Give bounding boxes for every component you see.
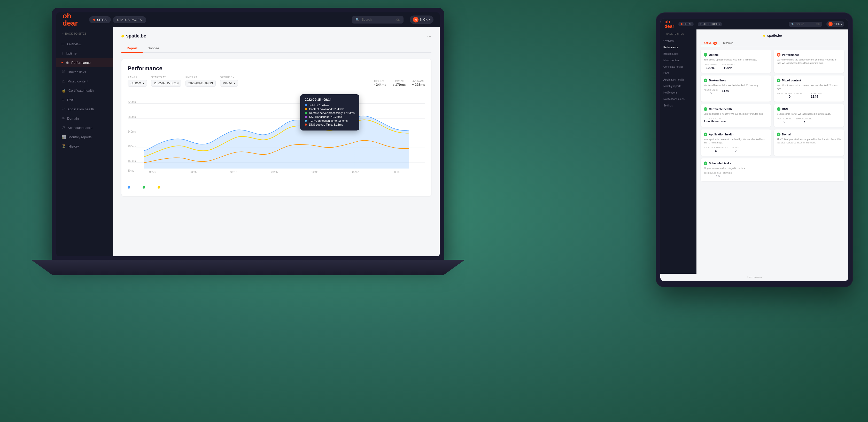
tab-sidebar-monthly[interactable]: Monthly reports — [660, 83, 696, 89]
tab-snooze[interactable]: Snooze — [143, 44, 164, 53]
back-to-sites-link[interactable]: ← BACK TO SITES — [56, 32, 113, 39]
nav-tab-sites[interactable]: SITES — [89, 16, 111, 23]
ends-at-value[interactable]: 2022-09-15 09:19 — [185, 80, 216, 87]
tablet-user[interactable]: N NICK ▾ — [827, 21, 844, 27]
sidebar-item-history[interactable]: ⏳ History — [56, 142, 113, 151]
card-performance: ◉ Performance We're monitoring the perfo… — [774, 50, 844, 73]
sidebar-item-mixed-content[interactable]: ⚠ Mixed content — [56, 77, 113, 86]
svg-text:200ms: 200ms — [128, 145, 136, 148]
tablet-tab-active[interactable]: Active 8 — [701, 40, 720, 46]
chevron-down-icon: ▾ — [429, 18, 430, 21]
dns-legend-dot — [128, 186, 130, 189]
card-app-health-title: ✓ Application health — [704, 132, 768, 136]
legend-tls — [158, 186, 162, 190]
tab-sidebar-notif-alerts[interactable]: Notifications alerts — [660, 96, 696, 102]
tablet-tab-disabled[interactable]: Disabled — [720, 40, 736, 46]
svg-text:08:25: 08:25 — [149, 170, 156, 174]
sidebar-item-scheduled-tasks[interactable]: ⏱ Scheduled tasks — [56, 123, 113, 132]
tablet-search-icon: 🔍 — [791, 23, 795, 26]
cert-expires-value: 1 month from now — [704, 120, 726, 123]
average-label: AVERAGE — [412, 80, 425, 83]
card-broken-links: ✓ Broken links We found broken links. We… — [701, 76, 771, 101]
tab-sidebar-notifications[interactable]: Notifications — [660, 89, 696, 96]
broken-links-found-label: FOUND LINKS — [704, 89, 718, 91]
card-broken-links-title: ✓ Broken links — [704, 79, 768, 82]
scheduled-tasks-status-icon: ✓ — [704, 161, 707, 165]
tab-sidebar-overview[interactable]: Overview — [660, 38, 696, 44]
tablet-back-link[interactable]: ← BACK TO SITES — [660, 33, 696, 38]
card-mixed-content-title: ✓ Mixed content — [777, 79, 841, 82]
tablet-sidebar: ← BACK TO SITES Overview Performance Bro… — [660, 29, 696, 274]
chart-stats: HIGHEST ↑ 344ms LOWEST ↓ 170ms AVERAGE ~… — [373, 80, 425, 87]
group-by-value[interactable]: Minute ▾ — [220, 80, 238, 87]
tooltip-content-download: Content download: 31.43ms — [305, 108, 355, 111]
sidebar-item-domain[interactable]: ◎ Domain — [56, 114, 113, 123]
tab-sidebar-dns[interactable]: DNS — [660, 70, 696, 77]
tablet-logo: oh dear — [664, 20, 674, 29]
tcp-dot — [305, 120, 307, 122]
uptime-30d-value: 100% — [721, 66, 735, 70]
ssl-dot — [305, 116, 307, 118]
svg-text:08:45: 08:45 — [230, 170, 237, 174]
sidebar-item-overview[interactable]: ⊞ Overview — [56, 39, 113, 49]
sidebar-item-monthly-reports[interactable]: 📊 Monthly reports — [56, 132, 113, 142]
performance-status-icon: ◉ — [777, 53, 780, 57]
more-options-icon[interactable]: ··· — [427, 33, 431, 39]
svg-text:09:05: 09:05 — [312, 170, 318, 174]
stat-highest: HIGHEST ↑ 344ms — [373, 80, 386, 87]
card-cert-desc: Your certificate is healthy. We last che… — [704, 113, 768, 116]
site-name: spatie.be — [126, 33, 146, 39]
tablet-site-header: spatie.be — [701, 33, 844, 38]
uptime-stat-30d: PAST 30 DAYS 100% — [721, 64, 735, 70]
tab-sidebar-certificate[interactable]: Certificate health — [660, 64, 696, 70]
tablet-nav-status[interactable]: STATUS PAGES — [698, 22, 722, 26]
card-cert-title: ✓ Certificate health — [704, 107, 768, 111]
svg-text:240ms: 240ms — [128, 130, 136, 133]
chart-legend — [128, 181, 425, 190]
certificate-icon: 🔒 — [61, 88, 66, 92]
tooltip-ssl: SSL Handshake: 40.26ms — [305, 115, 355, 118]
card-broken-links-stats: FOUND LINKS 5 1150 — [704, 89, 768, 95]
tab-sidebar-app-health[interactable]: Application health — [660, 77, 696, 83]
tls-legend-dot — [158, 186, 160, 189]
laptop-nav-tabs: SITES STATUS PAGES — [89, 16, 146, 23]
user-pill[interactable]: N NICK ▾ — [410, 16, 433, 24]
chart-tooltip: 2022-09-15 - 09:14 Total: 270.44ms Conte… — [300, 94, 359, 130]
mixed-found-value: 0 — [777, 95, 802, 98]
search-box[interactable]: 🔍 Search ⌘K — [352, 16, 404, 24]
svg-text:08:35: 08:35 — [190, 170, 196, 174]
card-cert-health: ✓ Certificate health Your certificate is… — [701, 104, 771, 127]
tab-sidebar-settings[interactable]: Settings — [660, 102, 696, 109]
card-dns: ✓ DNS DNS records found. We last checked… — [774, 104, 844, 127]
sidebar-item-app-health[interactable]: ♡ Application health — [56, 104, 113, 114]
sidebar-item-uptime[interactable]: ↑ Uptime — [56, 49, 113, 58]
performance-chart-card: Performance RANGE Custom ▾ — [121, 59, 431, 197]
sidebar-item-certificate-health[interactable]: 🔒 Certificate health — [56, 86, 113, 95]
laptop-base — [31, 260, 465, 275]
tab-sidebar-broken-links[interactable]: Broken Links — [660, 51, 696, 57]
tablet-search[interactable]: 🔍 Search ⌘K — [789, 22, 822, 27]
dns-ns-label: NAMESERVERS — [797, 118, 812, 120]
range-value[interactable]: Custom ▾ — [128, 80, 147, 87]
tab-report[interactable]: Report — [121, 44, 143, 53]
sidebar-navigation: ⊞ Overview ↑ Uptime ◉ Performance — [56, 39, 113, 151]
tablet-nav-sites[interactable]: SITES — [678, 22, 693, 26]
tcp-legend-dot — [143, 186, 145, 189]
tab-sidebar-performance[interactable]: Performance — [660, 44, 696, 51]
lowest-value: ↓ 170ms — [393, 83, 406, 87]
laptop-device: oh dear SITES STATUS PAGES 🔍 Search — [31, 8, 470, 318]
tooltip-dns: DNS Lookup Time: 3.13ms — [305, 123, 355, 126]
sidebar-item-performance[interactable]: ◉ Performance — [56, 58, 113, 67]
nav-tab-status[interactable]: STATUS PAGES — [113, 16, 146, 23]
tablet-device: oh dear SITES STATUS PAGES 🔍 Search ⌘K — [656, 13, 852, 287]
card-mixed-content: ✓ Mixed content We did not found mixed c… — [774, 76, 844, 101]
group-by-chevron-icon: ▾ — [234, 82, 235, 85]
tab-sidebar-mixed-content[interactable]: Mixed content — [660, 57, 696, 64]
starts-at-value[interactable]: 2022-09-15 08:19 — [151, 80, 181, 87]
card-mixed-content-stats: FOUND AT MOST SIMILAR 0 TOTAL AMOUNT 114… — [777, 92, 841, 98]
laptop-main-content: spatie.be ··· Report Snooze Performance — [113, 27, 440, 257]
card-dns-title: ✓ DNS — [777, 107, 841, 111]
sidebar-item-broken-links[interactable]: ⛓ Broken links — [56, 67, 113, 77]
card-domain-desc: The TLD of your site look supported for … — [777, 138, 841, 144]
sidebar-item-dns[interactable]: ⊕ DNS — [56, 95, 113, 104]
